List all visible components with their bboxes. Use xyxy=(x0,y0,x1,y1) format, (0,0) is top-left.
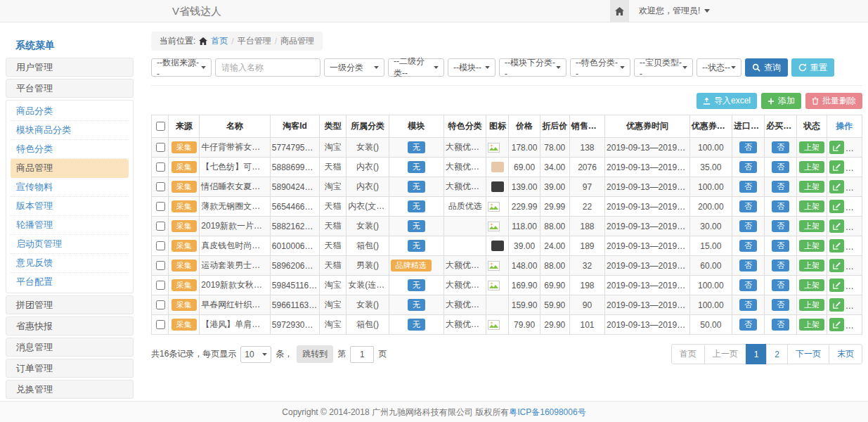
breadcrumb-home-link[interactable]: 首页 xyxy=(211,35,228,47)
filter-select-5[interactable]: --模块下分类-- xyxy=(499,58,566,77)
edit-button[interactable] xyxy=(829,239,844,252)
edit-button[interactable] xyxy=(829,279,844,292)
import-select-toggle[interactable]: 否 xyxy=(739,220,757,232)
must-buy-toggle[interactable]: 否 xyxy=(772,240,789,252)
row-checkbox[interactable] xyxy=(156,162,165,172)
must-buy-toggle[interactable]: 否 xyxy=(772,279,789,291)
must-buy-toggle[interactable]: 否 xyxy=(772,299,789,311)
bulk-delete-button[interactable]: 批量删除 xyxy=(805,93,862,109)
status-badge[interactable]: 上架 xyxy=(799,299,824,311)
sidebar-item-10[interactable]: 意见反馈 xyxy=(11,254,129,273)
import-select-toggle[interactable]: 否 xyxy=(739,260,757,271)
sidebar-item-14[interactable]: 消息管理 xyxy=(6,338,134,357)
sidebar-item-3[interactable]: 模块商品分类 xyxy=(11,121,129,140)
edit-button[interactable] xyxy=(829,160,844,174)
jump-button[interactable]: 跳转到 xyxy=(297,345,333,363)
import-select-toggle[interactable]: 否 xyxy=(739,299,757,311)
sidebar-item-0[interactable]: 用户管理 xyxy=(6,58,134,77)
must-buy-toggle[interactable]: 否 xyxy=(772,200,789,212)
sidebar-item-4[interactable]: 特色分类 xyxy=(11,140,129,159)
sidebar-item-7[interactable]: 版本管理 xyxy=(11,197,129,216)
import-select-toggle[interactable]: 否 xyxy=(739,141,757,153)
status-badge[interactable]: 上架 xyxy=(799,220,824,232)
status-badge[interactable]: 上架 xyxy=(799,319,824,331)
name-search-input[interactable] xyxy=(215,58,320,77)
status-badge[interactable]: 上架 xyxy=(799,240,824,252)
status-badge[interactable]: 上架 xyxy=(799,200,824,212)
import-select-toggle[interactable]: 否 xyxy=(739,279,757,291)
page-button-下一页[interactable]: 下一页 xyxy=(787,344,829,364)
row-checkbox[interactable] xyxy=(156,241,165,250)
sidebar-item-16[interactable]: 兑换管理 xyxy=(6,380,134,399)
broken-image-icon xyxy=(488,281,507,290)
sidebar-item-5[interactable]: 商品管理 xyxy=(11,159,129,178)
filter-select-7[interactable]: --宝贝类型-- xyxy=(634,58,693,77)
edit-button[interactable] xyxy=(829,219,844,233)
row-checkbox[interactable] xyxy=(156,261,165,270)
edit-button[interactable] xyxy=(829,318,844,331)
import-select-toggle[interactable]: 否 xyxy=(739,161,757,173)
status-badge[interactable]: 上架 xyxy=(799,279,824,291)
filter-select-4[interactable]: --模块-- xyxy=(448,58,495,77)
must-buy-toggle[interactable]: 否 xyxy=(772,220,789,232)
row-checkbox[interactable] xyxy=(156,182,165,191)
page-button-首页[interactable]: 首页 xyxy=(671,344,705,364)
status-badge[interactable]: 上架 xyxy=(799,141,824,153)
sidebar-item-13[interactable]: 省惠快报 xyxy=(6,316,134,335)
sidebar-item-1[interactable]: 平台管理 xyxy=(6,79,134,98)
status-badge[interactable]: 上架 xyxy=(799,260,824,271)
must-buy-toggle[interactable]: 否 xyxy=(772,161,789,173)
filter-select-0[interactable]: --数据来源-- xyxy=(151,58,212,77)
import-select-toggle[interactable]: 否 xyxy=(739,181,757,193)
edit-button[interactable] xyxy=(829,180,844,193)
must-buy-toggle[interactable]: 否 xyxy=(772,181,789,193)
select-all-checkbox[interactable] xyxy=(156,122,165,131)
must-buy-toggle[interactable]: 否 xyxy=(772,260,789,271)
module-badge: 无 xyxy=(408,200,425,212)
edit-button[interactable] xyxy=(829,259,844,272)
import-select-toggle[interactable]: 否 xyxy=(739,200,757,212)
user-menu[interactable]: 欢迎您，管理员! xyxy=(629,5,720,17)
sidebar-item-11[interactable]: 平台配置 xyxy=(11,273,129,291)
must-buy-toggle[interactable]: 否 xyxy=(772,319,789,331)
page-button-1[interactable]: 1 xyxy=(746,344,767,364)
status-badge[interactable]: 上架 xyxy=(799,161,824,173)
query-button[interactable]: 查询 xyxy=(745,58,788,77)
row-checkbox[interactable] xyxy=(156,300,165,309)
sidebar-item-8[interactable]: 轮播管理 xyxy=(11,216,129,235)
home-icon xyxy=(199,37,207,45)
per-page-select[interactable]: 10 xyxy=(240,346,271,363)
filter-select-6[interactable]: --特色分类-- xyxy=(570,58,630,77)
edit-button[interactable] xyxy=(829,298,844,312)
sidebar-item-12[interactable]: 拼团管理 xyxy=(6,295,134,314)
filter-select-3[interactable]: --二级分类-- xyxy=(388,58,444,77)
column-header-进口优选: 进口优选 xyxy=(732,115,764,138)
filter-select-8[interactable]: --状态-- xyxy=(697,58,741,77)
row-checkbox[interactable] xyxy=(156,202,165,211)
import-excel-button[interactable]: 导入excel xyxy=(697,93,757,109)
page-button-末页[interactable]: 末页 xyxy=(829,344,862,364)
status-badge[interactable]: 上架 xyxy=(799,181,824,193)
row-checkbox[interactable] xyxy=(156,320,165,329)
sidebar-item-15[interactable]: 订单管理 xyxy=(6,359,134,378)
filter-select-2[interactable]: 一级分类 xyxy=(324,58,384,77)
row-checkbox[interactable] xyxy=(156,281,165,290)
must-buy-toggle[interactable]: 否 xyxy=(772,141,789,153)
row-checkbox[interactable] xyxy=(156,143,165,152)
caret-down-icon xyxy=(485,66,490,69)
page-button-2[interactable]: 2 xyxy=(766,344,788,364)
home-button[interactable] xyxy=(610,0,629,22)
sidebar-item-2[interactable]: 商品分类 xyxy=(11,102,129,121)
sidebar-item-6[interactable]: 宣传物料 xyxy=(11,178,129,197)
edit-button[interactable] xyxy=(829,200,844,213)
edit-button[interactable] xyxy=(829,141,844,154)
jump-page-input[interactable] xyxy=(350,346,374,363)
import-select-toggle[interactable]: 否 xyxy=(739,240,757,252)
icp-link[interactable]: 粤ICP备16098006号 xyxy=(509,407,585,417)
page-button-上一页[interactable]: 上一页 xyxy=(704,344,746,364)
add-button[interactable]: 添加 xyxy=(761,93,801,109)
row-checkbox[interactable] xyxy=(156,222,165,231)
import-select-toggle[interactable]: 否 xyxy=(739,319,757,331)
sidebar-item-9[interactable]: 启动页管理 xyxy=(11,235,129,254)
reset-button[interactable]: 重置 xyxy=(791,58,834,77)
